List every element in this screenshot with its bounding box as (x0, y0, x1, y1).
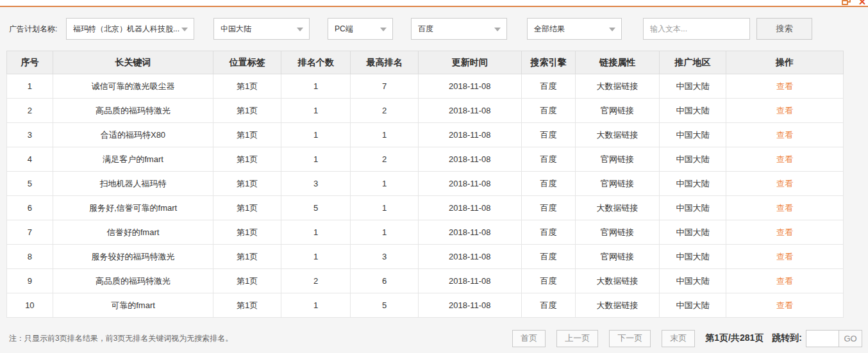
cell-action: 查看 (726, 245, 844, 269)
jump-to-label: 跳转到: (772, 332, 802, 344)
search-engine-value: 百度 (418, 19, 492, 39)
cell-update-time: 2018-11-08 (419, 99, 522, 123)
restore-window-icon[interactable] (842, 0, 851, 6)
cell-action: 查看 (726, 123, 844, 147)
cell-action: 查看 (726, 269, 844, 293)
cell-update-time: 2018-11-08 (419, 74, 522, 99)
view-link[interactable]: 查看 (776, 154, 793, 164)
cell-link-attr: 官网链接 (576, 147, 660, 172)
next-page-button[interactable]: 下一页 (609, 330, 651, 347)
cell-link-attr: 大数据链接 (576, 196, 660, 220)
cell-promo-region: 中国大陆 (659, 196, 726, 220)
cell-link-attr: 大数据链接 (576, 269, 660, 293)
cell-position-tag: 第1页 (213, 245, 281, 269)
cell-search-engine: 百度 (521, 220, 576, 245)
cell-action: 查看 (726, 172, 844, 196)
cell-search-engine: 百度 (521, 293, 576, 318)
view-link[interactable]: 查看 (776, 252, 793, 261)
device-dropdown[interactable]: PC端 (328, 18, 393, 40)
cell-rank-count: 1 (281, 245, 351, 269)
cell-keyword: 满足客户的fmart (53, 147, 213, 172)
cell-position-tag: 第1页 (213, 293, 281, 318)
cell-link-attr: 官网链接 (576, 245, 660, 269)
search-input[interactable] (643, 18, 750, 40)
cell-action: 查看 (726, 74, 844, 99)
go-button[interactable]: GO (839, 330, 862, 347)
search-button[interactable]: 搜索 (756, 18, 812, 40)
prev-page-button[interactable]: 上一页 (556, 330, 598, 347)
cell-search-engine: 百度 (521, 74, 576, 99)
chevron-down-icon (494, 28, 501, 31)
view-link[interactable]: 查看 (776, 106, 793, 115)
first-page-button[interactable]: 首页 (512, 330, 546, 347)
cell-position-tag: 第1页 (213, 74, 281, 99)
jump-box: GO (806, 330, 862, 347)
cell-promo-region: 中国大陆 (659, 220, 726, 245)
cell-action: 查看 (726, 220, 844, 245)
view-link[interactable]: 查看 (776, 300, 793, 310)
cell-rank-count: 1 (281, 147, 351, 172)
cell-index: 1 (7, 74, 53, 99)
cell-index: 6 (7, 196, 53, 220)
cell-rank-count: 1 (281, 99, 351, 123)
cell-promo-region: 中国大陆 (659, 99, 726, 123)
table-row: 2 高品质的福玛特激光 第1页 1 2 2018-11-08 百度 官网链接 中… (7, 99, 844, 123)
cell-action: 查看 (726, 99, 844, 123)
table-body: 1 诚信可靠的激光吸尘器 第1页 1 7 2018-11-08 百度 大数据链接… (7, 74, 844, 318)
region-value: 中国大陆 (221, 19, 295, 39)
cell-promo-region: 中国大陆 (659, 147, 726, 172)
cell-position-tag: 第1页 (213, 147, 281, 172)
cell-link-attr: 官网链接 (576, 172, 660, 196)
page-info: 第1页/共281页 (705, 332, 764, 344)
cell-position-tag: 第1页 (213, 123, 281, 147)
cell-update-time: 2018-11-08 (419, 123, 522, 147)
chevron-down-icon (380, 28, 387, 31)
cell-top-rank: 5 (351, 293, 419, 318)
col-search-engine: 搜索引擎 (521, 51, 576, 74)
footer: 注：只显示前3页排名结果，前3页无排名关键词视为无搜索排名。 首页 上一页 下一… (0, 329, 868, 347)
view-link[interactable]: 查看 (776, 179, 793, 188)
ad-plan-value: 福玛特（北京）机器人科技股... (73, 19, 179, 39)
close-window-icon[interactable]: ✕ (858, 0, 866, 8)
cell-link-attr: 大数据链接 (576, 123, 660, 147)
cell-search-engine: 百度 (521, 147, 576, 172)
cell-rank-count: 5 (281, 196, 351, 220)
cell-action: 查看 (726, 196, 844, 220)
col-position-tag: 位置标签 (213, 51, 281, 74)
view-link[interactable]: 查看 (776, 276, 793, 286)
cell-link-attr: 官网链接 (576, 99, 660, 123)
region-dropdown[interactable]: 中国大陆 (213, 18, 310, 40)
chevron-down-icon (609, 28, 615, 31)
cell-rank-count: 2 (281, 269, 351, 293)
table-row: 7 信誉好的fmart 第1页 1 1 2018-11-08 百度 官网链接 中… (7, 220, 844, 245)
cell-link-attr: 官网链接 (576, 220, 660, 245)
titlebar: ✕ (0, 0, 868, 7)
ad-plan-dropdown[interactable]: 福玛特（北京）机器人科技股... (66, 18, 194, 40)
cell-update-time: 2018-11-08 (419, 147, 522, 172)
cell-search-engine: 百度 (521, 245, 576, 269)
view-link[interactable]: 查看 (776, 81, 793, 91)
chevron-down-icon (297, 28, 303, 31)
cell-promo-region: 中国大陆 (659, 74, 726, 99)
jump-page-input[interactable] (806, 330, 839, 347)
cell-index: 2 (7, 99, 53, 123)
cell-index: 10 (7, 293, 53, 318)
cell-top-rank: 1 (351, 123, 419, 147)
col-promo-region: 推广地区 (659, 51, 726, 74)
last-page-button[interactable]: 末页 (662, 330, 695, 347)
ad-plan-label: 广告计划名称: (9, 24, 66, 35)
view-link[interactable]: 查看 (776, 203, 793, 213)
table-row: 1 诚信可靠的激光吸尘器 第1页 1 7 2018-11-08 百度 大数据链接… (7, 74, 844, 99)
table-row: 5 扫地机器人福玛特 第1页 3 1 2018-11-08 百度 官网链接 中国… (7, 172, 844, 196)
cell-top-rank: 7 (351, 74, 419, 99)
cell-position-tag: 第1页 (213, 172, 281, 196)
cell-link-attr: 大数据链接 (576, 293, 660, 318)
cell-index: 3 (7, 123, 53, 147)
search-engine-dropdown[interactable]: 百度 (411, 18, 507, 40)
col-top-rank: 最高排名 (351, 51, 419, 74)
result-type-dropdown[interactable]: 全部结果 (527, 18, 622, 40)
table-row: 10 可靠的fmart 第1页 1 5 2018-11-08 百度 大数据链接 … (7, 293, 844, 318)
view-link[interactable]: 查看 (776, 227, 793, 237)
view-link[interactable]: 查看 (776, 130, 793, 140)
cell-link-attr: 大数据链接 (576, 74, 660, 99)
